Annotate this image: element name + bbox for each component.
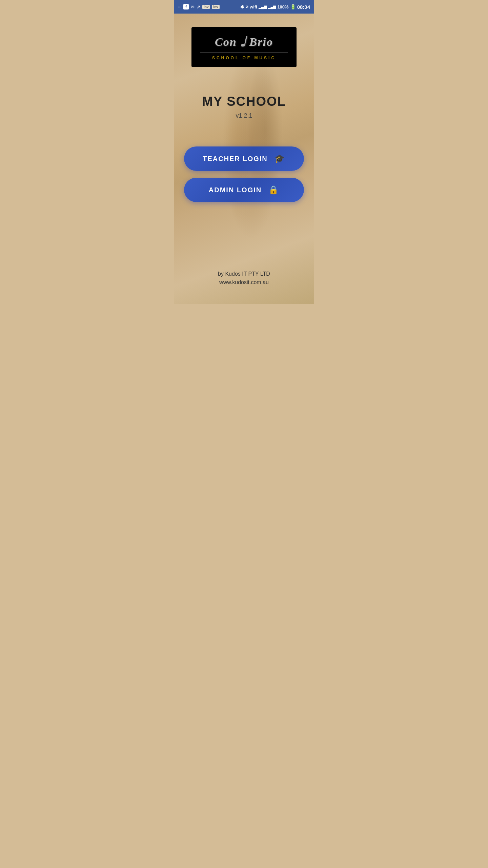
signal-bars-1: ▂▄▆ — [259, 5, 267, 9]
footer-line1: by Kudos IT PTY LTD — [218, 271, 270, 277]
dots-icon — [178, 4, 181, 9]
status-bar: f Inv Inv ✱ ⊘ wifi ▂▄▆ ▂▄▆ 100% 🔋 08:04 — [174, 0, 314, 14]
bluetooth-icon: ✱ — [240, 4, 244, 9]
logo-brio: Brio — [249, 36, 273, 48]
battery-icon: 🔋 — [290, 4, 296, 9]
inv-icon-2: Inv — [212, 5, 219, 9]
signal-bars-2: ▂▄▆ — [268, 5, 276, 9]
admin-login-label: ADMIN LOGIN — [209, 186, 262, 194]
mail-icon — [191, 4, 195, 9]
footer-line2: www.kudosit.com.au — [219, 279, 269, 285]
teacher-login-label: TEACHER LOGIN — [203, 155, 268, 163]
app-title: MY SCHOOL — [202, 94, 286, 109]
no-signal-icon: ⊘ — [245, 5, 248, 9]
logo-subtitle: SCHOOL OF MUSIC — [200, 56, 288, 60]
main-container: Con ♩ Brio SCHOOL OF MUSIC MY SCHOOL v1.… — [174, 14, 314, 304]
logo-divider — [200, 53, 288, 53]
chart-icon — [197, 4, 200, 9]
logo-note: ♩ — [240, 34, 247, 50]
facebook-icon: f — [183, 4, 189, 9]
admin-login-button[interactable]: ADMIN LOGIN 🔒 — [184, 178, 304, 202]
battery-percentage: 100% — [277, 4, 288, 9]
footer: by Kudos IT PTY LTD www.kudosit.com.au — [218, 270, 270, 287]
login-buttons: TEACHER LOGIN 🎓 ADMIN LOGIN 🔒 — [184, 146, 304, 202]
logo-title: Con ♩ Brio — [200, 34, 288, 50]
lock-icon: 🔒 — [268, 185, 279, 195]
status-bar-left: f Inv Inv — [178, 4, 220, 9]
app-logo: Con ♩ Brio SCHOOL OF MUSIC — [191, 27, 297, 67]
graduation-icon: 🎓 — [274, 154, 285, 163]
inv-icon-1: Inv — [202, 5, 210, 9]
status-time: 08:04 — [297, 4, 310, 10]
status-bar-right: ✱ ⊘ wifi ▂▄▆ ▂▄▆ 100% 🔋 08:04 — [240, 4, 310, 10]
teacher-login-button[interactable]: TEACHER LOGIN 🎓 — [184, 146, 304, 171]
logo-con: Con — [215, 36, 237, 48]
app-version: v1.2.1 — [236, 112, 252, 119]
wifi-icon: wifi — [250, 4, 257, 9]
